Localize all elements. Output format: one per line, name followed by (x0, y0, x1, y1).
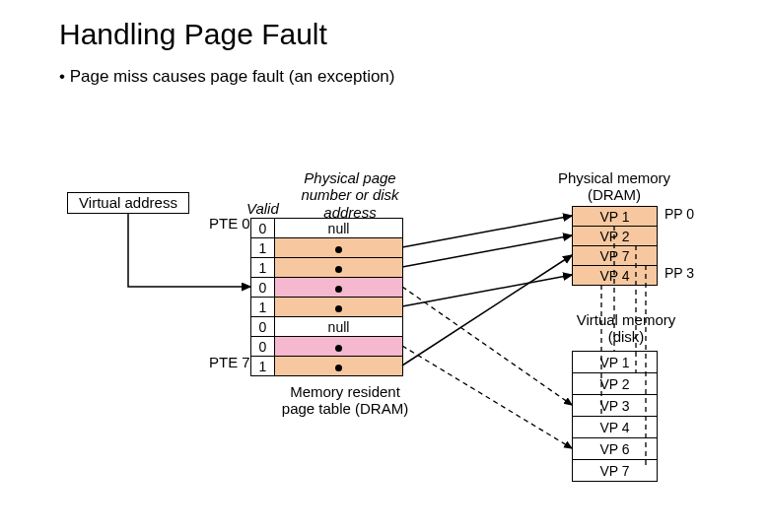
mpt-label: Memory resident page table (DRAM) (276, 384, 414, 417)
pm-cell: VP 7 (573, 246, 658, 266)
table-row: VP 6 (573, 438, 658, 460)
table-row: VP 3 (573, 395, 658, 417)
svg-line-2 (402, 275, 572, 306)
vm-cell: VP 3 (573, 395, 658, 417)
pp3-label: PP 3 (664, 265, 694, 281)
pte-valid: 1 (251, 258, 275, 278)
page-table: 0null 1 1 0 1 0null 0 1 (250, 218, 403, 376)
table-row: 1 (251, 298, 403, 317)
svg-line-1 (402, 235, 572, 267)
pte-valid: 0 (251, 337, 275, 357)
table-row: 0null (251, 219, 403, 238)
pte-addr (275, 258, 403, 278)
virtual-memory-table: VP 1 VP 2 VP 3 VP 4 VP 6 VP 7 (572, 351, 658, 482)
pte-valid: 1 (251, 298, 275, 317)
dot-icon (335, 305, 342, 312)
table-row: 0null (251, 317, 403, 337)
virtual-memory-header: Virtual memory (disk) (562, 311, 690, 346)
table-row: VP 7 (573, 246, 658, 266)
table-row: VP 4 (573, 417, 658, 438)
table-row: 0 (251, 278, 403, 298)
vm-cell: VP 7 (573, 460, 658, 482)
vm-cell: VP 1 (573, 352, 658, 373)
pp0-label: PP 0 (664, 206, 694, 222)
valid-header: Valid (246, 200, 279, 217)
svg-line-5 (402, 346, 572, 448)
table-row: 0 (251, 337, 403, 357)
pte-addr: null (275, 317, 403, 337)
pte0-label: PTE 0 (209, 215, 250, 232)
svg-line-0 (402, 216, 572, 247)
pte-valid: 0 (251, 219, 275, 238)
bullet-text: • Page miss causes page fault (an except… (59, 67, 394, 87)
table-row: 1 (251, 238, 403, 258)
pte-addr (275, 337, 403, 357)
vm-cell: VP 6 (573, 438, 658, 460)
dot-icon (335, 365, 342, 371)
pte-addr (275, 298, 403, 317)
pte-addr (275, 238, 403, 258)
vm-cell: VP 4 (573, 417, 658, 438)
table-row: VP 1 (573, 352, 658, 373)
pm-cell: VP 1 (573, 207, 658, 227)
physical-header: Physical page number or disk address (296, 169, 404, 221)
pm-cell: VP 2 (573, 227, 658, 246)
pte-valid: 1 (251, 357, 275, 376)
pte-addr (275, 357, 403, 376)
table-row: VP 2 (573, 373, 658, 395)
dot-icon (335, 266, 342, 273)
pm-cell: VP 4 (573, 266, 658, 286)
physical-memory-header: Physical memory (DRAM) (550, 169, 678, 204)
pte-valid: 0 (251, 278, 275, 298)
page-title: Handling Page Fault (59, 18, 327, 51)
dot-icon (335, 286, 342, 293)
pte7-label: PTE 7 (209, 354, 250, 370)
table-row: VP 1 (573, 207, 658, 227)
dot-icon (335, 345, 342, 352)
svg-line-4 (402, 287, 572, 405)
physical-memory-table: VP 1 VP 2 VP 7 VP 4 (572, 206, 658, 286)
table-row: 1 (251, 258, 403, 278)
vm-cell: VP 2 (573, 373, 658, 395)
pte-valid: 1 (251, 238, 275, 258)
svg-line-3 (402, 255, 572, 366)
pte-addr (275, 278, 403, 298)
table-row: VP 2 (573, 227, 658, 246)
table-row: 1 (251, 357, 403, 376)
pte-valid: 0 (251, 317, 275, 337)
table-row: VP 7 (573, 460, 658, 482)
pte-addr: null (275, 219, 403, 238)
dot-icon (335, 246, 342, 253)
table-row: VP 4 (573, 266, 658, 286)
virtual-address-box: Virtual address (67, 192, 189, 214)
